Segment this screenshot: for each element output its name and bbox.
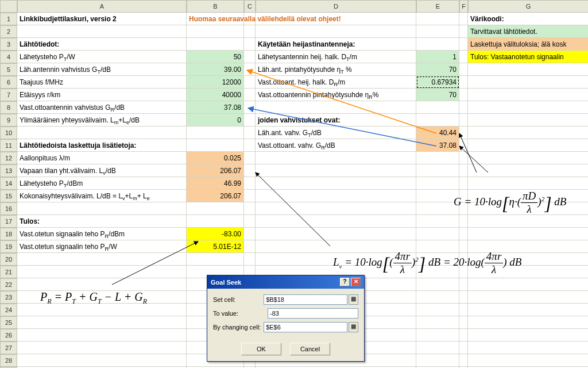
cell[interactable] <box>244 114 256 126</box>
cell[interactable]: 206.07 <box>187 164 244 177</box>
cell[interactable]: 50 <box>187 51 244 63</box>
cell[interactable] <box>459 152 468 164</box>
cell[interactable] <box>459 329 468 342</box>
cell[interactable] <box>416 177 459 190</box>
row-header[interactable]: 20 <box>0 253 17 266</box>
cell[interactable] <box>468 291 588 304</box>
cell[interactable] <box>416 342 459 354</box>
cell[interactable]: Lähetysteho PT/W <box>17 51 187 63</box>
row-header[interactable]: 5 <box>0 63 17 76</box>
cell[interactable] <box>244 101 256 114</box>
cell[interactable] <box>416 228 459 240</box>
cell[interactable] <box>416 329 459 342</box>
cell[interactable] <box>459 126 468 139</box>
cell[interactable] <box>416 164 459 177</box>
cell[interactable] <box>416 291 459 304</box>
cell[interactable] <box>468 164 588 177</box>
cell[interactable] <box>256 25 416 38</box>
cell[interactable] <box>416 354 459 367</box>
row-header[interactable]: 18 <box>0 228 17 240</box>
cell[interactable]: Lähtötiedot: <box>17 38 187 51</box>
col-header-D[interactable]: D <box>256 0 416 13</box>
cancel-button[interactable]: Cancel <box>290 343 330 355</box>
row-header[interactable]: 17 <box>0 215 17 228</box>
cell[interactable]: Kokonaisyhteysvälivaim. L/dB = Lv+Lm+ Le <box>17 190 187 202</box>
row-header[interactable]: 15 <box>0 190 17 202</box>
ref-picker-icon[interactable]: ▦ <box>349 322 358 332</box>
cell[interactable] <box>468 304 588 316</box>
cell[interactable] <box>468 63 588 76</box>
cell[interactable] <box>459 114 468 126</box>
row-header[interactable]: 16 <box>0 202 17 215</box>
to-value-input[interactable] <box>268 308 358 319</box>
corner-cell[interactable] <box>0 0 17 13</box>
cell[interactable] <box>17 329 187 342</box>
cell[interactable] <box>416 25 459 38</box>
close-icon[interactable]: ✕ <box>351 278 361 286</box>
cell[interactable] <box>244 240 256 253</box>
cell[interactable] <box>17 316 187 329</box>
cell[interactable] <box>17 354 187 367</box>
cell[interactable]: Etäisyys r/km <box>17 89 187 101</box>
cell[interactable]: Vast.otetun signaalin teho PR/dBm <box>17 228 187 240</box>
row-header[interactable]: 23 <box>0 291 17 304</box>
cell[interactable] <box>468 316 588 329</box>
cell[interactable] <box>244 202 256 215</box>
cell[interactable] <box>17 126 187 139</box>
cell[interactable] <box>459 63 468 76</box>
cell[interactable] <box>416 316 459 329</box>
cell[interactable]: 39.00 <box>187 63 244 76</box>
by-changing-input[interactable] <box>264 322 347 332</box>
cell[interactable]: Vast.ottoant. vahv. GR/dB <box>256 139 416 152</box>
cell[interactable] <box>244 228 256 240</box>
cell[interactable] <box>459 177 468 190</box>
row-header[interactable]: 2 <box>0 25 17 38</box>
cell[interactable] <box>17 342 187 354</box>
cell[interactable]: Värikoodi: <box>468 13 588 25</box>
cell[interactable] <box>17 25 187 38</box>
row-header[interactable]: 19 <box>0 240 17 253</box>
cell[interactable]: 0.025 <box>187 152 244 164</box>
cell[interactable]: Vast.otetun signaalin teho PR/W <box>17 240 187 253</box>
cell[interactable] <box>468 114 588 126</box>
row-header[interactable]: 3 <box>0 38 17 51</box>
row-header[interactable]: 27 <box>0 342 17 354</box>
cell[interactable] <box>244 177 256 190</box>
cell[interactable] <box>244 190 256 202</box>
cell[interactable] <box>244 25 256 38</box>
row-header[interactable]: 6 <box>0 76 17 89</box>
row-header[interactable]: 12 <box>0 152 17 164</box>
cell[interactable] <box>468 76 588 89</box>
row-header[interactable]: 22 <box>0 278 17 291</box>
cell[interactable] <box>416 38 459 51</box>
cell[interactable]: Läh.ant. vahv. GT/dB <box>256 126 416 139</box>
cell[interactable] <box>459 38 468 51</box>
goal-seek-dialog[interactable]: Goal Seek ? ✕ Set cell: ▦ To value: By c… <box>207 275 365 362</box>
cell[interactable]: 12000 <box>187 76 244 89</box>
legend-calc[interactable]: Laskettuja välituloksia; älä kosk <box>468 38 588 51</box>
cell[interactable] <box>459 228 468 240</box>
cell[interactable] <box>416 215 459 228</box>
row-header[interactable]: 26 <box>0 329 17 342</box>
cell[interactable] <box>468 89 588 101</box>
cell[interactable] <box>256 101 416 114</box>
cell[interactable] <box>468 139 588 152</box>
row-header[interactable]: 8 <box>0 101 17 114</box>
cell[interactable] <box>244 63 256 76</box>
cell[interactable] <box>468 215 588 228</box>
cell[interactable] <box>459 278 468 291</box>
cell[interactable] <box>17 202 187 215</box>
cell[interactable] <box>17 253 187 266</box>
col-header-C[interactable]: C <box>244 0 256 13</box>
cell[interactable] <box>416 202 459 215</box>
row-header[interactable]: 25 <box>0 316 17 329</box>
cell[interactable] <box>416 304 459 316</box>
cell[interactable] <box>187 126 244 139</box>
row-header[interactable]: 13 <box>0 164 17 177</box>
cell[interactable]: joiden vahvistukset ovat: <box>256 114 416 126</box>
cell[interactable] <box>244 253 256 266</box>
row-header[interactable]: 28 <box>0 354 17 367</box>
cell[interactable]: 206.07 <box>187 190 244 202</box>
col-header-F[interactable]: F <box>459 0 468 13</box>
goal-seek-target-cell[interactable]: 0.67934 <box>416 76 459 89</box>
